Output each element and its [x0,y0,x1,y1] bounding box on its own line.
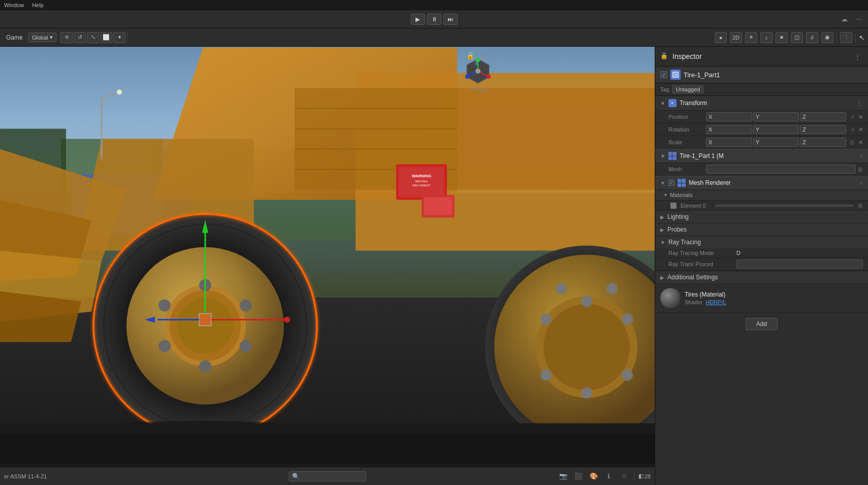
grid-toggle[interactable]: # [806,32,818,43]
record-icon[interactable]: ⬛ [573,471,584,482]
scale-z[interactable]: Z [800,138,846,147]
probes-section: ▶ Probes [655,223,868,236]
transform-all-tool[interactable]: ✦ [113,32,125,43]
shader-row: Shader HDRP/L [685,299,726,305]
svg-point-51 [581,296,592,307]
effects-toggle[interactable]: ★ [776,32,788,43]
inspector-scroll-area[interactable]: ✓ Tire-1_Part1 Tag Untagged ▼ ⌖ Transfor… [655,67,868,485]
rotation-reset[interactable]: ↺ [848,125,856,134]
scale-link-icon[interactable]: ⛓ [848,138,856,146]
add-component-button[interactable]: Add [746,318,778,330]
object-active-checkbox[interactable]: ✓ [660,71,667,78]
rotate-tool[interactable]: ↺ [74,32,86,43]
mesh-value[interactable] [706,165,856,174]
more-options[interactable]: ⋮ [840,32,852,43]
audio-toggle[interactable]: ♪ [760,32,773,43]
svg-rect-61 [0,434,655,464]
object-icon [670,70,681,80]
rotation-y[interactable]: Y [753,125,799,134]
position-reset[interactable]: ↺ [848,113,856,121]
mesh-filter-header[interactable]: ▼ Tire-1_Part 1 (M ≡ [655,149,868,163]
info-icon[interactable]: ℹ [603,471,615,482]
ray-tracing-arrow: ▼ [660,240,665,245]
scene-visibility[interactable]: ◫ [791,32,803,43]
svg-point-64 [117,90,122,95]
mesh-label: Mesh [668,166,704,172]
menu-bar: Window Help [0,0,868,10]
divider [634,472,634,481]
rotation-z[interactable]: Z [800,125,846,134]
mesh-filter-menu[interactable]: ≡ [860,153,863,159]
element-pick-icon[interactable]: ◎ [858,202,863,209]
rotation-x[interactable]: X [706,125,752,134]
position-row: Position X Y Z ↺ ✕ [655,111,868,123]
ray-trace-procedure-label: Ray Trace Proced [668,261,734,267]
scale-x[interactable]: X [706,138,752,147]
mesh-renderer-actions: ≡ [860,180,863,186]
ray-tracing-header[interactable]: ▼ Ray Tracing [655,236,868,248]
pause-button[interactable]: ⏸ [427,14,441,25]
dots-menu-icon[interactable]: ⋯ [853,14,864,25]
toolbar-right-icons: ☁ ⋯ [839,14,864,25]
position-close[interactable]: ✕ [858,114,863,120]
position-y[interactable]: Y [753,112,799,121]
search-box[interactable]: 🔍 [288,471,366,481]
menu-window[interactable]: Window [4,2,24,8]
perspective-gizmo[interactable]: Z < Persp [464,57,492,92]
scene-status-bar: er ASSM 11-4-21 🔍 📷 ⬛ 🎨 ℹ ☆ ◧ 28 [0,467,655,485]
scene-svg: WARNING MOVING MACHINERY [0,47,655,465]
additional-settings-header[interactable]: ▶ Additional Settings [655,271,868,283]
mesh-field-container [706,165,856,174]
lighting-header[interactable]: ▶ Lighting [655,211,868,223]
mesh-renderer-icon [678,179,686,187]
material-sphere-preview [660,288,681,308]
light-toggle[interactable]: ☀ [745,32,757,43]
materials-subsection-header[interactable]: ▼ Materials [655,190,868,201]
2d-button[interactable]: 2D [730,32,742,43]
game-view-tab[interactable]: Game [3,34,26,41]
search-input[interactable] [302,473,363,479]
cloud-icon[interactable]: ☁ [839,14,850,25]
position-z[interactable]: Z [800,112,846,121]
scale-tool[interactable]: ⤡ [87,32,99,43]
global-dropdown[interactable]: Global ▾ [28,33,57,42]
ray-trace-procedure-value[interactable] [736,260,863,269]
inspector-more-icon[interactable]: ⋮ [852,51,863,62]
screenshot-icon[interactable]: 📷 [558,471,569,482]
tag-value[interactable]: Untagged [672,85,704,93]
play-button[interactable]: ▶ [411,14,425,25]
shader-label: Shader [685,299,702,305]
element-value[interactable] [715,205,854,207]
mesh-renderer-header[interactable]: ▼ ✓ Mesh Renderer ≡ [655,176,868,190]
rotation-fields: X Y Z [706,125,846,134]
ray-tracing-mode-label: Ray Tracing Mode [668,250,734,256]
mesh-pick-icon[interactable]: ◎ [858,166,863,173]
cursor-indicator: ↖ [859,34,865,42]
move-tool[interactable]: ✛ [60,32,73,43]
gizmos-toggle[interactable]: ◉ [821,32,833,43]
transform-section-header[interactable]: ▼ ⌖ Transform ⋮ [655,96,868,111]
scene-draw-mode[interactable]: ● [715,32,727,43]
probes-header[interactable]: ▶ Probes [655,223,868,236]
step-button[interactable]: ⏭ [443,14,458,25]
position-x[interactable]: X [706,112,752,121]
shader-value[interactable]: HDRP/L [705,299,726,305]
menu-help[interactable]: Help [32,2,44,8]
rotation-close[interactable]: ✕ [858,126,863,133]
transform-menu-icon[interactable]: ⋮ [856,99,863,107]
star-icon[interactable]: ☆ [619,471,630,482]
add-component-row: Add [655,313,868,335]
inspector-lock-icon[interactable]: 🔒 [660,52,668,60]
mesh-renderer-menu[interactable]: ≡ [860,180,863,186]
scale-y[interactable]: Y [753,138,799,147]
mesh-renderer-checkbox[interactable]: ✓ [668,180,674,186]
materials-label: Materials [670,192,693,198]
object-name: Tire-1_Part1 [684,71,720,79]
svg-text:MACHINERY: MACHINERY [412,184,431,187]
palette-icon[interactable]: 🎨 [588,471,599,482]
scene-viewport[interactable]: WARNING MOVING MACHINERY [0,47,655,485]
global-chevron: ▾ [50,34,53,41]
scale-close[interactable]: ✕ [858,139,863,146]
probes-title: Probes [667,226,687,233]
rect-tool[interactable]: ⬜ [100,32,112,43]
